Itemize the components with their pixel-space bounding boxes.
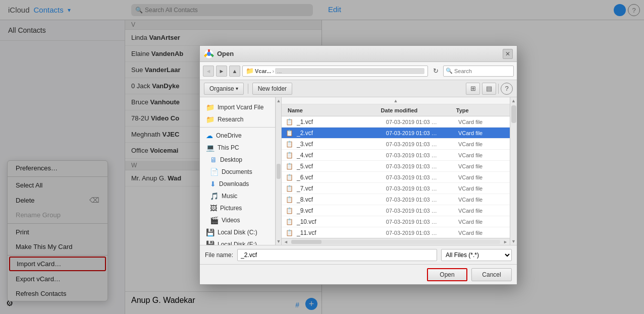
hscroll-left-icon[interactable]: ◄ bbox=[282, 239, 290, 244]
file-date: 07-03-2019 01:03 … bbox=[384, 208, 456, 214]
file-name: _11.vcf bbox=[295, 229, 384, 236]
vscroll-down-icon[interactable]: ▼ bbox=[511, 239, 516, 244]
hscroll-thumb[interactable] bbox=[291, 240, 321, 244]
organise-chevron: ▾ bbox=[236, 86, 238, 91]
file-date: 07-03-2019 01:03 … bbox=[384, 185, 456, 192]
file-type: VCard file bbox=[456, 130, 506, 136]
sidebar-scroll-thumb[interactable] bbox=[277, 164, 281, 179]
col-header-date[interactable]: Date modified bbox=[379, 107, 454, 113]
file-name: _5.vcf bbox=[295, 163, 384, 170]
sidebar-folder-label: Research bbox=[218, 116, 243, 123]
file-name: _10.vcf bbox=[295, 218, 384, 225]
organise-button[interactable]: Organise ▾ bbox=[204, 83, 244, 95]
file-name: _3.vcf bbox=[295, 141, 384, 148]
vcf-icon: 📋 bbox=[286, 196, 295, 203]
hscroll-right-icon[interactable]: ► bbox=[501, 239, 510, 244]
file-date: 07-03-2019 01:03 … bbox=[384, 174, 456, 180]
file-row[interactable]: 📋 _5.vcf 07-03-2019 01:03 … VCard file bbox=[282, 161, 510, 172]
sidebar-folder-local-c[interactable]: 💾 Local Disk (C:) bbox=[200, 226, 275, 238]
file-row[interactable]: 📋 _7.vcf 07-03-2019 01:03 … VCard file bbox=[282, 183, 510, 194]
file-row[interactable]: 📋 _2.vcf 07-03-2019 01:03 … VCard file bbox=[282, 128, 510, 139]
dialog-help-button[interactable]: ? bbox=[501, 83, 513, 95]
sidebar-folder-label: Import Vcard File bbox=[218, 104, 263, 111]
dialog-close-button[interactable]: ✕ bbox=[503, 49, 513, 59]
file-name: _2.vcf bbox=[295, 130, 384, 137]
folder-icon: 🖼 bbox=[210, 204, 217, 212]
view-list-button[interactable]: ⊞ bbox=[466, 83, 480, 95]
dialog-titlebar: Open ✕ bbox=[200, 46, 517, 62]
file-date: 07-03-2019 01:03 … bbox=[384, 152, 456, 158]
sort-up-icon: ▲ bbox=[394, 98, 398, 103]
file-row[interactable]: 📋 _9.vcf 07-03-2019 01:03 … VCard file bbox=[282, 205, 510, 216]
file-row[interactable]: 📋 _11.vcf 07-03-2019 01:03 … VCard file bbox=[282, 227, 510, 238]
view-details-button[interactable]: ▤ bbox=[482, 83, 496, 95]
vcf-icon: 📋 bbox=[286, 141, 295, 148]
file-row[interactable]: 📋 _4.vcf 07-03-2019 01:03 … VCard file bbox=[282, 150, 510, 161]
col-header-type[interactable]: Type bbox=[454, 107, 506, 113]
nav-forward-button[interactable]: ► bbox=[216, 66, 227, 77]
nav-path-value: ... bbox=[275, 68, 424, 74]
vcf-icon: 📋 bbox=[286, 152, 295, 159]
sidebar-scrollbar[interactable]: ▲ ▼ bbox=[276, 97, 282, 245]
vscroll-up-icon[interactable]: ▲ bbox=[511, 98, 516, 103]
new-folder-label: New folder bbox=[258, 85, 287, 92]
file-type: VCard file bbox=[456, 163, 506, 169]
new-folder-button[interactable]: New folder bbox=[252, 83, 292, 95]
disk-icon: 💾 bbox=[206, 240, 214, 245]
filetype-select[interactable]: All Files (*.*) VCard Files (*.vcf) bbox=[441, 249, 512, 261]
filelist-vscroll[interactable]: ▲ ▼ bbox=[510, 97, 517, 245]
filename-input[interactable] bbox=[237, 249, 437, 261]
file-date: 07-03-2019 01:03 … bbox=[384, 119, 456, 125]
toolbar-separator bbox=[248, 84, 248, 94]
chrome-icon bbox=[204, 49, 214, 59]
file-type: VCard file bbox=[456, 152, 506, 158]
file-date: 07-03-2019 01:03 … bbox=[384, 130, 456, 136]
vcf-icon: 📋 bbox=[286, 118, 295, 125]
file-date: 07-03-2019 01:03 … bbox=[384, 141, 456, 147]
file-row[interactable]: 📋 _3.vcf 07-03-2019 01:03 … VCard file bbox=[282, 139, 510, 150]
folder-icon: 🎵 bbox=[210, 192, 219, 200]
col-header-name[interactable]: Name bbox=[286, 107, 379, 113]
filelist-hscroll[interactable]: ◄ ► bbox=[282, 238, 510, 245]
sidebar-folder-label: Pictures bbox=[220, 205, 242, 212]
vscroll-thumb[interactable] bbox=[511, 105, 516, 123]
file-type: VCard file bbox=[456, 219, 506, 225]
sidebar-folder-onedrive[interactable]: ☁ OneDrive bbox=[200, 130, 275, 142]
nav-search-box[interactable]: 🔍 bbox=[443, 66, 514, 77]
file-row[interactable]: 📋 _8.vcf 07-03-2019 01:03 … VCard file bbox=[282, 194, 510, 205]
dialog-filename-row: File name: All Files (*.*) VCard Files (… bbox=[200, 245, 517, 264]
file-date: 07-03-2019 01:03 … bbox=[384, 163, 456, 169]
nav-back-button[interactable]: ◄ bbox=[203, 66, 214, 77]
cancel-button[interactable]: Cancel bbox=[471, 268, 512, 281]
file-type: VCard file bbox=[456, 230, 506, 236]
filelist-sort-up[interactable]: ▲ bbox=[282, 97, 510, 104]
sidebar-scroll-up[interactable]: ▲ bbox=[277, 98, 281, 103]
nav-refresh-button[interactable]: ↻ bbox=[430, 66, 441, 77]
file-row[interactable]: 📋 _10.vcf 07-03-2019 01:03 … VCard file bbox=[282, 216, 510, 227]
sidebar-folder-documents[interactable]: 📄 Documents bbox=[200, 166, 275, 178]
svg-point-1 bbox=[207, 52, 211, 56]
file-row[interactable]: 📋 _1.vcf 07-03-2019 01:03 … VCard file bbox=[282, 116, 510, 128]
vcf-icon: 📋 bbox=[286, 218, 295, 225]
sidebar-folder-desktop[interactable]: 🖥 Desktop bbox=[200, 154, 275, 166]
nav-path-separator: › bbox=[272, 68, 274, 74]
sidebar-folder-local-e[interactable]: 💾 Local Disk (E:) bbox=[200, 238, 275, 245]
folder-icon: 📁 bbox=[206, 115, 214, 123]
file-row[interactable]: 📋 _6.vcf 07-03-2019 01:03 … VCard file bbox=[282, 172, 510, 183]
file-type: VCard file bbox=[456, 208, 506, 214]
sidebar-folder-research[interactable]: 📁 Research bbox=[200, 113, 275, 125]
vcf-icon: 📋 bbox=[286, 163, 295, 170]
filelist-scroll[interactable]: 📋 _1.vcf 07-03-2019 01:03 … VCard file 📋… bbox=[282, 116, 510, 238]
sidebar-folder-label: This PC bbox=[218, 144, 239, 151]
sidebar-folder-pictures[interactable]: 🖼 Pictures bbox=[200, 202, 275, 214]
sidebar-folder-music[interactable]: 🎵 Music bbox=[200, 190, 275, 202]
sidebar-folder-this-pc[interactable]: 💻 This PC bbox=[200, 142, 275, 154]
nav-search-input[interactable] bbox=[454, 68, 505, 74]
sidebar-folder-videos[interactable]: 🎬 Videos bbox=[200, 214, 275, 226]
nav-up-button[interactable]: ▲ bbox=[229, 66, 240, 77]
file-name: _6.vcf bbox=[295, 174, 384, 181]
sidebar-scroll-down[interactable]: ▼ bbox=[277, 239, 281, 244]
sidebar-folder-downloads[interactable]: ⬇ Downloads bbox=[200, 178, 275, 190]
open-button[interactable]: Open bbox=[427, 268, 467, 281]
sidebar-folder-import-vcard[interactable]: 📁 Import Vcard File bbox=[200, 101, 275, 113]
